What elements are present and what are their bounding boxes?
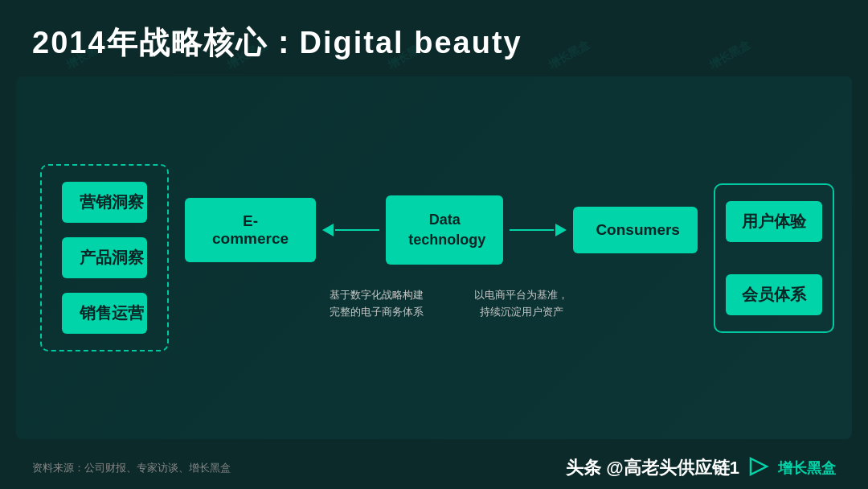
arrow-right-line bbox=[510, 229, 554, 231]
arrow-right-head-icon bbox=[555, 224, 567, 236]
brand-logo-icon bbox=[747, 455, 770, 481]
brand-suffix: 1 bbox=[730, 458, 739, 478]
footer: 资料来源：公司财报、专家访谈、增长黑盒 头条 @高老头供应链1 增长黑盒 bbox=[0, 447, 868, 489]
center-section: E-commerce Data technology Consume bbox=[169, 195, 714, 321]
data-tech-line2: technology bbox=[408, 232, 485, 248]
arrow-left-head-icon bbox=[322, 224, 334, 236]
brand-label: 头条 @高老头供应链1 bbox=[566, 456, 739, 480]
header: 2014年战略核心：Digital beauty bbox=[0, 0, 868, 76]
svg-marker-0 bbox=[751, 458, 767, 475]
right-panel: 用户体验 会员体系 bbox=[714, 183, 834, 333]
experience-box: 用户体验 bbox=[726, 201, 822, 242]
content-area: 营销洞察 产品洞察 销售运营 E-commerce Data technolog… bbox=[16, 76, 852, 439]
left-panel: 营销洞察 产品洞察 销售运营 bbox=[40, 164, 169, 351]
insight-box-1: 营销洞察 bbox=[62, 182, 147, 223]
arrow-right bbox=[510, 224, 567, 236]
insight-box-3: 销售运营 bbox=[62, 293, 147, 334]
data-tech-line1: Data bbox=[429, 212, 461, 228]
brand-prefix: 头条 @高老头供应链 bbox=[566, 458, 730, 478]
insight-box-2: 产品洞察 bbox=[62, 237, 147, 278]
annotations: 基于数字化战略构建完整的电子商务体系 以电商平台为基准，持续沉淀用户资产 bbox=[313, 287, 570, 321]
arrow-left-line bbox=[335, 229, 379, 231]
data-tech-box: Data technology bbox=[386, 195, 503, 265]
annotation-right: 以电商平台为基准，持续沉淀用户资产 bbox=[473, 287, 570, 321]
slide: 增长黑盒 增长黑盒 增长黑盒 增长黑盒 增长黑盒 增长黑盒 增长黑盒 增长黑盒 … bbox=[0, 0, 868, 489]
page-title: 2014年战略核心：Digital beauty bbox=[32, 23, 836, 64]
member-box: 会员体系 bbox=[726, 274, 822, 315]
ecommerce-box: E-commerce bbox=[185, 198, 316, 262]
arrow-left bbox=[322, 224, 379, 236]
source-text: 资料来源：公司财报、专家访谈、增长黑盒 bbox=[32, 461, 231, 475]
flow-row: E-commerce Data technology Consume bbox=[185, 195, 698, 265]
annotation-left: 基于数字化战略构建完整的电子商务体系 bbox=[329, 287, 425, 321]
brand-sub: 增长黑盒 bbox=[778, 458, 836, 478]
footer-brand: 头条 @高老头供应链1 增长黑盒 bbox=[566, 455, 836, 481]
consumers-box: Consumers bbox=[573, 207, 697, 253]
